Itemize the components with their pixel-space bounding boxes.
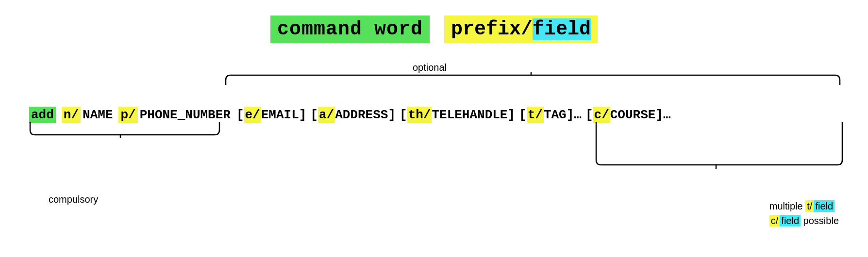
e-email: [e/EMAIL] (236, 108, 306, 122)
c-prefix-label: c/ (769, 215, 780, 226)
diagram: command word prefix/field optional add n… (0, 0, 868, 257)
header-row: command word prefix/field (0, 0, 868, 43)
multiple-text: multiple (769, 201, 805, 211)
p-phone: p/PHONE_NUMBER (118, 107, 232, 123)
compulsory-label: compulsory (49, 194, 98, 205)
t-tag: [t/TAG]… (519, 108, 582, 122)
possible-label: possible (801, 215, 839, 226)
th-telehandle: [th/TELEHANDLE] (400, 108, 515, 122)
field-text: field (533, 18, 591, 40)
a-address: [a/ADDRESS] (310, 108, 396, 122)
command-line: add n/NAME p/PHONE_NUMBER [e/EMAIL] [a/A… (29, 107, 671, 123)
add-keyword: add (29, 107, 56, 123)
prefix-field-label: prefix/field (444, 16, 598, 43)
t-field-label: field (814, 200, 835, 212)
n-name: n/NAME (62, 107, 115, 123)
command-word-label: command word (270, 16, 430, 43)
multiple-label: multiple t/field c/field possible (769, 199, 839, 228)
t-prefix-label: t/ (805, 200, 814, 212)
c-course: [c/COURSE]… (585, 108, 671, 122)
c-field-label: field (780, 215, 801, 226)
prefix-text: prefix/ (451, 18, 533, 40)
optional-label: optional (413, 62, 447, 73)
